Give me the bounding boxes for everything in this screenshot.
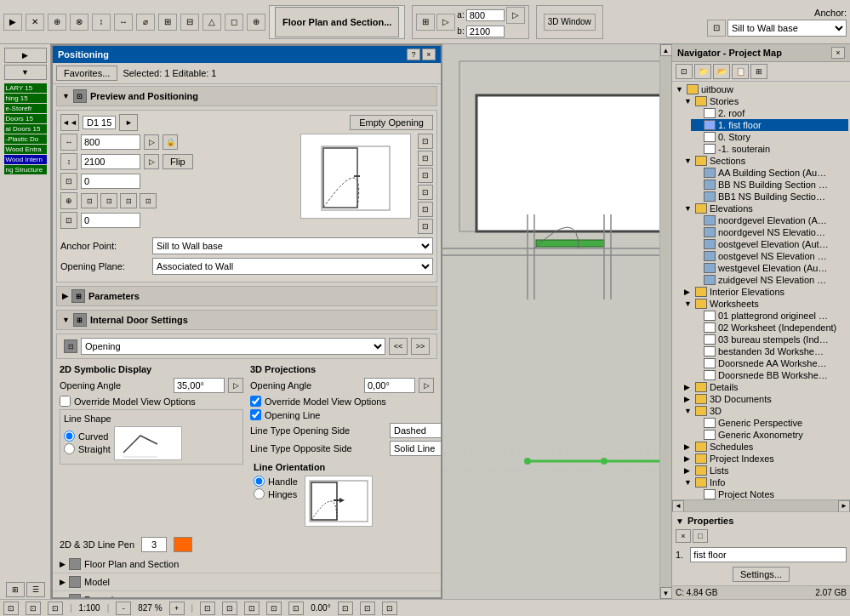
rb-5[interactable]: ⊡ xyxy=(418,202,433,217)
help-btn[interactable]: ? xyxy=(407,48,420,60)
3d-window-btn[interactable]: 3D Window xyxy=(544,14,596,31)
tree-ws-aa[interactable]: Doorsnede AA Worksheet (Independe... xyxy=(691,357,848,369)
scroll-down[interactable]: ▼ xyxy=(660,587,672,599)
opening-plane-select[interactable]: Associated to Wall xyxy=(152,258,433,275)
tree-oostgevel[interactable]: oostgevel Elevation (Auto-rebuild Mo... xyxy=(691,238,848,250)
tree-3d-docs[interactable]: ▶ 3D Documents xyxy=(682,393,848,405)
v-scrollbar[interactable]: ▲ ▼ xyxy=(659,44,671,599)
tree-stories[interactable]: ▼ Stories xyxy=(682,95,848,107)
tree-generic-persp[interactable]: Generic Perspective xyxy=(691,417,848,429)
empty-opening-btn[interactable]: Empty Opening xyxy=(350,115,433,130)
flip-btn[interactable]: Flip xyxy=(163,154,193,169)
tree-interior-elev[interactable]: ▶ Interior Elevations xyxy=(682,286,848,298)
nav-tool-1[interactable]: ⊡ xyxy=(676,64,693,79)
pen-input[interactable] xyxy=(141,537,167,552)
sb-btn-11[interactable]: ⊡ xyxy=(338,602,353,615)
tree-sections[interactable]: ▼ Sections xyxy=(682,155,848,167)
width-lock[interactable]: 🔒 xyxy=(163,134,178,150)
sb-btn-4[interactable]: - xyxy=(116,602,131,615)
nav-close-btn[interactable]: × xyxy=(831,47,845,59)
nav-fwd-btn[interactable]: ► xyxy=(119,114,138,131)
angle-3d-btn[interactable]: ▷ xyxy=(419,378,434,393)
internal-door-header[interactable]: ▼ ⊞ Internal Door Settings xyxy=(56,310,437,330)
settings-btn[interactable]: Settings... xyxy=(733,567,790,582)
nav-tool-4[interactable]: 📋 xyxy=(732,64,749,79)
width-btn[interactable]: ▷ xyxy=(144,134,159,150)
opening-line-cb[interactable] xyxy=(250,409,261,420)
anchor-dropdown[interactable]: Sill to Wall base xyxy=(727,20,847,37)
tree-aa-section[interactable]: AA Building Section (Auto-rebuild Mode xyxy=(691,167,848,179)
tree-ws-03[interactable]: 03 bureau stempels (Independent) xyxy=(691,334,848,345)
toolbar-btn-1[interactable]: ▶ xyxy=(3,14,22,31)
toolbar-btn-11[interactable]: ◻ xyxy=(225,14,243,31)
straight-radio[interactable] xyxy=(64,443,75,454)
toolbar-btn-5[interactable]: ↕ xyxy=(92,14,111,31)
toolbar-btn-6[interactable]: ↔ xyxy=(114,14,133,31)
tree-bb1-section[interactable]: BB1 NS Building Section (Auto-rebuild... xyxy=(691,191,848,202)
left-btn-2[interactable]: ▼ xyxy=(4,65,47,80)
scroll-up[interactable]: ▲ xyxy=(660,44,672,56)
override-2d-cb[interactable] xyxy=(60,396,71,407)
sb-btn-1[interactable]: ⊡ xyxy=(3,602,19,615)
nav-tool-2[interactable]: 📁 xyxy=(694,64,711,79)
pen-color[interactable] xyxy=(174,537,192,552)
toolbar-btn-2[interactable]: ✕ xyxy=(26,14,44,31)
toolbar-btn-7[interactable]: ⌀ xyxy=(136,14,155,31)
anchor-point-select[interactable]: Sill to Wall base xyxy=(152,237,433,254)
tree-details[interactable]: ▶ Details xyxy=(682,381,848,393)
floor-plan-btn[interactable]: Floor Plan and Section... xyxy=(275,7,399,37)
sb-btn-7[interactable]: ⊡ xyxy=(222,602,237,615)
toolbar-btn-12[interactable]: ⊕ xyxy=(247,14,265,31)
sb-btn-6[interactable]: ⊡ xyxy=(200,602,215,615)
sb-btn-3[interactable]: ⊡ xyxy=(48,602,63,615)
parameters-header[interactable]: ▶ ⊞ Parameters xyxy=(56,286,437,306)
tree-schedules[interactable]: ▶ Schedules xyxy=(682,441,848,453)
nav-tool-5[interactable]: ⊞ xyxy=(750,64,767,79)
curved-radio[interactable] xyxy=(64,431,75,442)
tree-uitbouw[interactable]: ▼ uitbouw xyxy=(674,83,848,95)
sb-btn-2[interactable]: ⊡ xyxy=(26,602,41,615)
sb-btn-8[interactable]: ⊡ xyxy=(244,602,260,615)
opening-back[interactable]: << xyxy=(389,338,408,355)
toolbar-btn-8[interactable]: ⊞ xyxy=(158,14,177,31)
rb-4[interactable]: ⊡ xyxy=(418,185,433,200)
sb-btn-9[interactable]: ⊡ xyxy=(266,602,282,615)
favorites-btn[interactable]: Favorites... xyxy=(56,66,117,81)
close-btn[interactable]: × xyxy=(422,48,436,60)
floor-plan-collapse[interactable]: ▶ Floor Plan and Section xyxy=(53,556,441,573)
opening-select[interactable]: Opening xyxy=(81,338,385,355)
tree-bb-section[interactable]: BB NS Building Section (Auto-rebuild... xyxy=(691,179,848,191)
opening-fwd[interactable]: >> xyxy=(411,338,430,355)
anchor-icon[interactable]: ⊡ xyxy=(707,20,726,37)
height-btn[interactable]: ▷ xyxy=(144,154,159,169)
nav-scrollbar[interactable]: ◄ ► xyxy=(672,499,850,511)
h-scroll-right[interactable]: ► xyxy=(838,500,850,512)
sb-btn-13[interactable]: ⊡ xyxy=(382,602,397,615)
elev-input-2[interactable] xyxy=(81,213,140,228)
h-scroll-left[interactable]: ◄ xyxy=(672,500,684,512)
opening-angle-2d-input[interactable] xyxy=(174,378,225,393)
tree-ws-04[interactable]: bestanden 3d Worksheet (Independent) xyxy=(691,345,848,357)
toolbar-btn-10[interactable]: △ xyxy=(203,14,221,31)
rb-3[interactable]: ⊡ xyxy=(418,168,433,183)
toolbar-btn-4[interactable]: ⊗ xyxy=(70,14,88,31)
toolbar-btn-9[interactable]: ⊟ xyxy=(180,14,199,31)
model-collapse[interactable]: ▶ Model xyxy=(53,573,441,591)
opening-angle-3d-input[interactable] xyxy=(364,378,415,393)
toolbar-btn-3[interactable]: ⊕ xyxy=(48,14,66,31)
preview-positioning-header[interactable]: ▼ ⊡ Preview and Positioning xyxy=(56,86,437,106)
reveal-collapse[interactable]: ▶ Reveal xyxy=(53,591,441,599)
sb-btn-10[interactable]: ⊡ xyxy=(288,602,304,615)
tree-3d[interactable]: ▼ 3D xyxy=(682,405,848,417)
nav-tool-3[interactable]: 📂 xyxy=(713,64,730,79)
line-type-opposite-select[interactable]: Solid Line xyxy=(390,441,442,456)
height-input[interactable] xyxy=(81,154,140,169)
anchor-btn-4[interactable]: ⊡ xyxy=(140,193,157,208)
tree-worksheets[interactable]: ▼ Worksheets xyxy=(682,298,848,310)
tree-noordgevel-ns[interactable]: noordgevel NS Elevation (Auto-rebuild... xyxy=(691,226,848,238)
tree-zuidgevel-ns[interactable]: zuidgevel NS Elevation (Auto-rebuild... xyxy=(691,274,848,286)
tree-ws-02[interactable]: 02 Worksheet (Independent) xyxy=(691,322,848,334)
tree-info[interactable]: ▼ Info xyxy=(682,476,848,488)
tree-noordgevel[interactable]: noordgevel Elevation (Auto-rebuild Mo... xyxy=(691,214,848,226)
coord-btn-1[interactable]: ⊞ xyxy=(416,14,435,31)
